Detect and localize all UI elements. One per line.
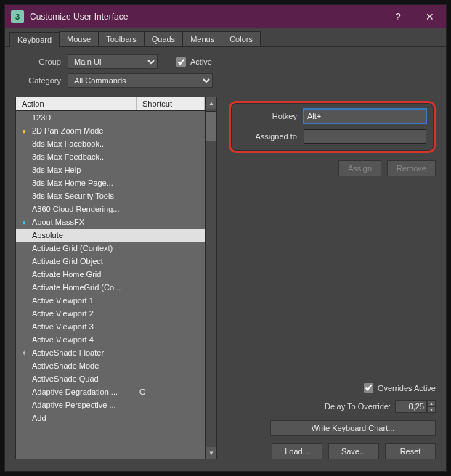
delay-label: Delay To Override: (325, 402, 391, 411)
list-item-label: Activate Grid Object (32, 257, 103, 266)
list-item[interactable]: Active Viewport 2 (16, 307, 205, 320)
list-item-label: ActiveShade Floater (32, 348, 104, 357)
list-item[interactable]: ●2D Pan Zoom Mode (16, 124, 205, 137)
remove-button[interactable]: Remove (387, 160, 436, 176)
list-item-label: Absolute (32, 231, 63, 239)
list-item-label: Add (32, 414, 46, 422)
list-item[interactable]: Active Viewport 1 (16, 294, 205, 307)
list-item[interactable]: 3ds Max Security Tools (16, 189, 205, 202)
titlebar[interactable]: 3 Customize User Interface ? ✕ (5, 5, 446, 28)
list-item[interactable]: Activate Grid (Context) (16, 242, 205, 255)
action-list-panel: Action Shortcut ▲ 123D●2D Pan Zoom Mode3… (15, 97, 217, 459)
list-item[interactable]: Active Viewport 3 (16, 320, 205, 333)
overrides-active-checkbox[interactable] (364, 383, 373, 393)
list-item-label: ActiveShade Quad (32, 374, 99, 383)
list-item-label: Active Viewport 3 (32, 322, 94, 331)
active-label: Active (190, 57, 212, 66)
column-action[interactable]: Action (16, 97, 137, 110)
group-select[interactable]: Main UI (68, 54, 158, 69)
window-title: Customize User Interface (30, 12, 382, 22)
list-item-label: Active Viewport 4 (32, 335, 94, 344)
action-listbox[interactable]: 123D●2D Pan Zoom Mode3ds Max Facebook...… (15, 111, 206, 459)
tab-toolbars[interactable]: Toolbars (98, 31, 145, 46)
hotkey-input[interactable] (304, 109, 426, 123)
list-item-label: Active Viewport 2 (32, 309, 94, 318)
save-button[interactable]: Save... (328, 443, 379, 459)
list-item-label: Activate Grid (Context) (32, 244, 113, 253)
close-button[interactable]: ✕ (414, 5, 446, 28)
tab-colors[interactable]: Colors (222, 31, 261, 46)
tab-mouse[interactable]: Mouse (59, 31, 99, 46)
list-item-label: Active Viewport 1 (32, 296, 94, 305)
list-item-shortcut: O (139, 387, 146, 396)
list-item-label: Adaptive Perspective ... (32, 401, 116, 409)
right-panel: Hotkey: Assigned to: Assign Remove O (229, 97, 436, 459)
list-item[interactable]: Active Viewport 4 (16, 333, 205, 346)
list-item-label: Activate HomeGrid (Co... (32, 283, 121, 292)
tab-keyboard[interactable]: Keyboard (9, 32, 60, 47)
list-item[interactable]: 3ds Max Facebook... (16, 137, 205, 150)
delay-input[interactable] (395, 400, 427, 413)
category-select[interactable]: All Commands (68, 73, 213, 88)
assign-button[interactable]: Assign (338, 160, 381, 176)
tab-menus[interactable]: Menus (182, 31, 222, 46)
list-item-label: A360 Cloud Rendering... (32, 205, 119, 213)
scrollbar-thumb[interactable] (206, 112, 216, 141)
list-item[interactable]: ActiveShade Mode (16, 359, 205, 372)
scroll-up-icon[interactable]: ▲ (206, 97, 216, 109)
load-button[interactable]: Load... (272, 443, 322, 459)
list-item[interactable]: ●About MassFX (16, 216, 205, 229)
list-item-label: 3ds Max Feedback... (32, 152, 106, 161)
tab-quads[interactable]: Quads (144, 31, 183, 46)
dialog-body: Group: Main UI Active Category: All Comm… (5, 47, 446, 471)
help-button[interactable]: ? (382, 5, 414, 28)
list-item[interactable]: Add (16, 411, 205, 424)
list-item[interactable]: Activate Grid Object (16, 255, 205, 268)
list-item[interactable]: Activate HomeGrid (Co... (16, 281, 205, 294)
list-item[interactable]: Absolute (16, 229, 205, 242)
reset-button[interactable]: Reset (385, 443, 436, 459)
assigned-to-input[interactable] (304, 129, 426, 144)
list-item[interactable]: Activate Home Grid (16, 268, 205, 281)
list-item[interactable]: ActiveShade Quad (16, 372, 205, 385)
active-checkbox[interactable] (176, 57, 186, 67)
spinner-up-icon[interactable]: ▲ (427, 400, 436, 406)
overrides-active-label: Overrides Active (378, 384, 436, 393)
app-icon: 3 (11, 10, 24, 23)
column-shortcut[interactable]: Shortcut (137, 97, 205, 110)
tab-bar: KeyboardMouseToolbarsQuadsMenusColors (5, 28, 446, 47)
list-item[interactable]: 3ds Max Home Page... (16, 176, 205, 189)
list-item-label: 2D Pan Zoom Mode (32, 126, 103, 135)
list-item[interactable]: 3ds Max Help (16, 163, 205, 176)
hotkey-label: Hotkey: (238, 112, 299, 120)
category-label: Category: (15, 76, 63, 85)
list-item-icon: ● (19, 217, 29, 227)
customize-ui-window: 3 Customize User Interface ? ✕ KeyboardM… (4, 4, 447, 472)
list-item-label: 3ds Max Facebook... (32, 139, 106, 148)
list-item-label: Activate Home Grid (32, 270, 101, 279)
list-item-label: 3ds Max Help (32, 165, 81, 174)
list-item-icon: ✦ (19, 348, 29, 358)
scrollbar[interactable]: ▼ (206, 111, 217, 459)
list-header[interactable]: Action Shortcut (15, 97, 206, 111)
list-item[interactable]: 3ds Max Feedback... (16, 150, 205, 163)
assigned-to-label: Assigned to: (238, 132, 299, 141)
list-item-label: 3ds Max Security Tools (32, 192, 114, 200)
list-item-icon: ● (19, 126, 29, 136)
delay-spinner[interactable]: ▲ ▼ (395, 400, 436, 413)
list-item-label: Adaptive Degradation ... (32, 387, 118, 396)
list-item[interactable]: ✦ActiveShade Floater (16, 346, 205, 359)
list-item-label: 123D (32, 113, 51, 122)
group-label: Group: (15, 57, 63, 66)
list-item-label: ActiveShade Mode (32, 361, 99, 370)
write-keyboard-chart-button[interactable]: Write Keyboard Chart... (270, 420, 436, 436)
scroll-down-icon[interactable]: ▼ (206, 447, 216, 459)
list-item[interactable]: Adaptive Degradation ...O (16, 385, 205, 398)
list-item-label: About MassFX (32, 218, 84, 226)
hotkey-highlight-box: Hotkey: Assigned to: (229, 101, 436, 153)
list-item[interactable]: Adaptive Perspective ... (16, 398, 205, 411)
list-item[interactable]: A360 Cloud Rendering... (16, 202, 205, 216)
list-item-label: 3ds Max Home Page... (32, 178, 113, 187)
list-item[interactable]: 123D (16, 111, 205, 124)
spinner-down-icon[interactable]: ▼ (427, 406, 436, 413)
